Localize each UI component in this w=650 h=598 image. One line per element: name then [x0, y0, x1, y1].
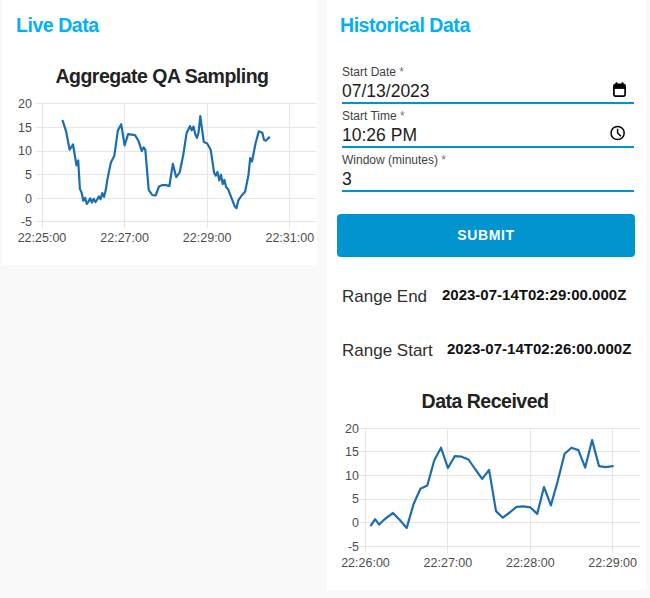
svg-text:10: 10: [345, 469, 359, 483]
svg-text:-5: -5: [21, 215, 32, 229]
svg-text:22:26:00: 22:26:00: [341, 556, 390, 570]
svg-text:22:28:00: 22:28:00: [506, 556, 555, 570]
svg-text:22:25:00: 22:25:00: [18, 231, 67, 245]
svg-text:15: 15: [18, 121, 32, 135]
svg-text:0: 0: [352, 516, 359, 530]
svg-text:5: 5: [25, 168, 32, 182]
svg-text:22:27:00: 22:27:00: [100, 231, 149, 245]
svg-text:22:31:00: 22:31:00: [265, 231, 314, 245]
svg-text:20: 20: [345, 422, 359, 436]
svg-text:20: 20: [18, 97, 32, 111]
svg-text:10: 10: [18, 144, 32, 158]
svg-text:-5: -5: [348, 540, 359, 554]
svg-text:15: 15: [345, 445, 359, 459]
svg-text:5: 5: [352, 492, 359, 506]
svg-text:22:29:00: 22:29:00: [183, 231, 232, 245]
svg-text:0: 0: [25, 192, 32, 206]
svg-text:22:27:00: 22:27:00: [424, 556, 473, 570]
svg-text:22:29:00: 22:29:00: [588, 556, 637, 570]
